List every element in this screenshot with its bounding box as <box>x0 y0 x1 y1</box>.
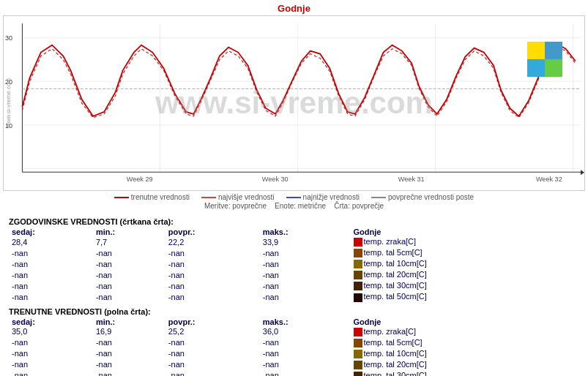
table-row: -nan-nan-nan-nantemp. tal 10cm[C] <box>9 348 579 359</box>
color-indicator <box>354 249 362 257</box>
chart-title: Godnje <box>3 3 585 14</box>
cell-label: temp. tal 10cm[C] <box>351 258 579 269</box>
header-povpr: povpr.: <box>165 228 260 236</box>
week31-label: Week 31 <box>398 176 425 183</box>
legend-area: trenutne vrednosti najvišje vrednosti na… <box>3 191 585 211</box>
cell-label: temp. tal 10cm[C] <box>351 348 579 359</box>
cur-header-station: Godnje <box>351 317 579 326</box>
color-indicator <box>354 293 362 302</box>
color-indicator <box>354 339 362 347</box>
cell-label: temp. zraka[C] <box>351 326 579 337</box>
legend-row-1: trenutne vrednosti najvišje vrednosti na… <box>3 193 585 201</box>
legend-avg: povprečne vrednosti poste <box>371 193 474 201</box>
cell-maks: -nan <box>260 370 351 376</box>
cell-maks: -nan <box>260 348 351 359</box>
table-row: -nan-nan-nan-nantemp. tal 30cm[C] <box>9 370 579 376</box>
cell-povpr: -nan <box>165 269 260 280</box>
cur-header-sedaj: sedaj: <box>9 317 93 326</box>
cell-min: -nan <box>93 280 165 291</box>
color-indicator <box>354 282 362 290</box>
color-indicator <box>354 350 362 358</box>
table-row: -nan-nan-nan-nantemp. tal 5cm[C] <box>9 337 579 348</box>
main-container: Godnje www.si-vreme.com 30 20 10 www.si-… <box>0 0 588 376</box>
cell-sedaj: -nan <box>9 348 93 359</box>
table-row: -nan-nan-nan-nantemp. tal 30cm[C] <box>9 280 579 291</box>
cell-povpr: 22,2 <box>165 236 260 247</box>
cell-min: -nan <box>93 247 165 258</box>
table-row: -nan-nan-nan-nantemp. tal 20cm[C] <box>9 359 579 370</box>
legend-max-label: najvišje vrednosti <box>218 193 275 201</box>
cell-label: temp. tal 30cm[C] <box>351 370 579 376</box>
legend-min-label: najnižje vrednosti <box>303 193 360 201</box>
table-row: 35,016,925,236,0temp. zraka[C] <box>9 326 579 337</box>
table-row: -nan-nan-nan-nantemp. tal 5cm[C] <box>9 247 579 258</box>
table-row: -nan-nan-nan-nantemp. tal 50cm[C] <box>9 291 579 302</box>
cell-maks: -nan <box>260 359 351 370</box>
cell-min: -nan <box>93 370 165 376</box>
cell-label: temp. tal 50cm[C] <box>351 291 579 302</box>
cell-povpr: -nan <box>165 280 260 291</box>
cell-label: temp. tal 20cm[C] <box>351 359 579 370</box>
color-indicator <box>354 372 362 376</box>
legend-solid-line <box>114 197 129 198</box>
cell-label: temp. tal 5cm[C] <box>351 247 579 258</box>
cell-min: -nan <box>93 348 165 359</box>
table-row: 28,47,722,233,9temp. zraka[C] <box>9 236 579 247</box>
cell-maks: -nan <box>260 291 351 302</box>
cell-maks: -nan <box>260 269 351 280</box>
logo-green <box>545 59 562 77</box>
cell-min: -nan <box>93 258 165 269</box>
cell-sedaj: 28,4 <box>9 236 93 247</box>
cell-label: temp. tal 30cm[C] <box>351 280 579 291</box>
cell-povpr: -nan <box>165 258 260 269</box>
current-header-row: sedaj: min.: povpr.: maks.: Godnje <box>9 317 579 326</box>
legend-max-line <box>201 197 216 198</box>
cur-header-min: min.: <box>93 317 165 326</box>
header-sedaj: sedaj: <box>9 228 93 236</box>
cell-povpr: -nan <box>165 291 260 302</box>
legend-row-2: Meritve: povprečne Enote: metrične Črta:… <box>3 202 585 210</box>
cell-sedaj: 35,0 <box>9 326 93 337</box>
week32-label: Week 32 <box>536 176 562 183</box>
cell-sedaj: -nan <box>9 291 93 302</box>
week29-label: Week 29 <box>127 176 153 183</box>
cell-maks: 33,9 <box>260 236 351 247</box>
logo-blue <box>545 42 562 59</box>
table-row: -nan-nan-nan-nantemp. tal 20cm[C] <box>9 269 579 280</box>
historic-title: ZGODOVINSKE VREDNOSTI (črtkana črta): <box>9 217 579 226</box>
cell-maks: -nan <box>260 247 351 258</box>
cell-sedaj: -nan <box>9 337 93 348</box>
cell-sedaj: -nan <box>9 269 93 280</box>
color-indicator <box>354 271 362 279</box>
site-label: www.si-vreme.com <box>5 78 12 127</box>
cell-label: temp. tal 20cm[C] <box>351 269 579 280</box>
cell-maks: -nan <box>260 280 351 291</box>
color-indicator <box>354 238 362 247</box>
cell-sedaj: -nan <box>9 280 93 291</box>
cell-povpr: -nan <box>165 359 260 370</box>
cell-sedaj: -nan <box>9 247 93 258</box>
cell-min: 7,7 <box>93 236 165 247</box>
cell-min: -nan <box>93 269 165 280</box>
historic-header-row: sedaj: min.: povpr.: maks.: Godnje <box>9 228 579 236</box>
legend-min: najnižje vrednosti <box>286 193 360 201</box>
legend-max: najvišje vrednosti <box>201 193 275 201</box>
svg-marker-10 <box>581 170 584 175</box>
logo-yellow <box>527 42 545 59</box>
cell-sedaj: -nan <box>9 258 93 269</box>
table-row: -nan-nan-nan-nantemp. tal 10cm[C] <box>9 258 579 269</box>
cell-maks: -nan <box>260 258 351 269</box>
chart-svg: Week 29 Week 30 Week 31 Week 32 <box>4 16 584 190</box>
cur-header-maks: maks.: <box>260 317 351 326</box>
cell-povpr: -nan <box>165 247 260 258</box>
data-section: ZGODOVINSKE VREDNOSTI (črtkana črta): se… <box>3 211 585 376</box>
cell-povpr: -nan <box>165 370 260 376</box>
cell-min: 16,9 <box>93 326 165 337</box>
cell-label: temp. tal 5cm[C] <box>351 337 579 348</box>
cell-min: -nan <box>93 359 165 370</box>
cell-povpr: 25,2 <box>165 326 260 337</box>
legend-current-label: trenutne vrednosti <box>131 193 190 201</box>
cur-header-povpr: povpr.: <box>165 317 260 326</box>
cell-sedaj: -nan <box>9 359 93 370</box>
color-indicator <box>354 328 362 336</box>
